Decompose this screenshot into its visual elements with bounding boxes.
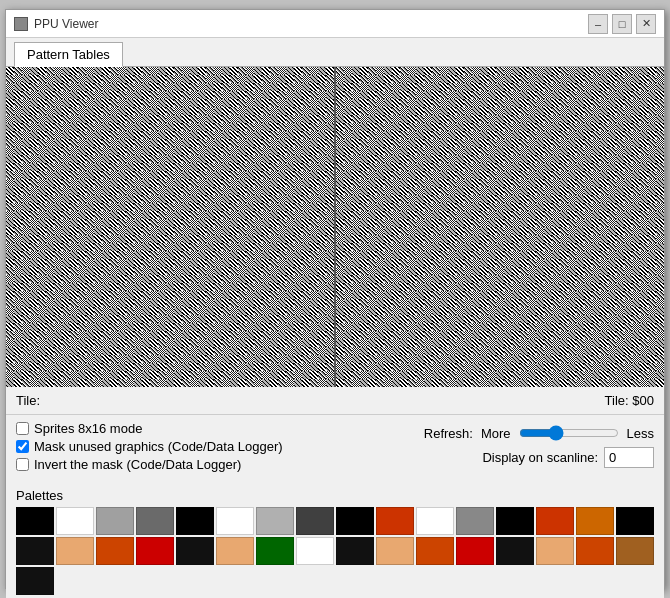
palette-swatch[interactable]: [256, 507, 294, 535]
invert-mask-label: Invert the mask (Code/Data Logger): [34, 457, 241, 472]
pattern-tables-tab[interactable]: Pattern Tables: [14, 42, 123, 67]
palette-swatch[interactable]: [376, 537, 414, 565]
ppu-viewer-window: PPU Viewer – □ ✕ Pattern Tables Tile: Ti…: [5, 9, 665, 589]
title-bar-controls: – □ ✕: [588, 14, 656, 34]
right-pattern-canvas[interactable]: [336, 67, 664, 387]
palette-swatch[interactable]: [296, 507, 334, 535]
controls-right: Refresh: More Less Display on scanline:: [424, 425, 654, 468]
scanline-input[interactable]: [604, 447, 654, 468]
mask-unused-label: Mask unused graphics (Code/Data Logger): [34, 439, 283, 454]
sprites-8x16-label: Sprites 8x16 mode: [34, 421, 142, 436]
scanline-label: Display on scanline:: [482, 450, 598, 465]
mask-unused-checkbox[interactable]: [16, 440, 29, 453]
palette-swatch[interactable]: [176, 537, 214, 565]
close-button[interactable]: ✕: [636, 14, 656, 34]
palette-swatch[interactable]: [16, 507, 54, 535]
scanline-row: Display on scanline:: [482, 447, 654, 468]
palette-swatch[interactable]: [616, 507, 654, 535]
controls-row: Sprites 8x16 mode Mask unused graphics (…: [16, 421, 654, 472]
palette-swatch[interactable]: [376, 507, 414, 535]
palette-swatch[interactable]: [336, 537, 374, 565]
window-title: PPU Viewer: [34, 17, 98, 31]
palette-swatch[interactable]: [296, 537, 334, 565]
palette-swatch[interactable]: [576, 507, 614, 535]
left-pattern-canvas[interactable]: [6, 67, 334, 387]
mask-unused-row: Mask unused graphics (Code/Data Logger): [16, 439, 283, 454]
palette-swatch[interactable]: [536, 507, 574, 535]
palette-swatch[interactable]: [576, 537, 614, 565]
palette-swatch[interactable]: [96, 537, 134, 565]
palettes-label: Palettes: [16, 488, 654, 503]
maximize-button[interactable]: □: [612, 14, 632, 34]
controls-area: Sprites 8x16 mode Mask unused graphics (…: [6, 415, 664, 482]
palette-swatch[interactable]: [96, 507, 134, 535]
palette-swatch[interactable]: [616, 537, 654, 565]
palette-swatch[interactable]: [496, 537, 534, 565]
ppu-left-pattern[interactable]: [6, 67, 334, 387]
more-label: More: [481, 426, 511, 441]
palette-swatch[interactable]: [456, 507, 494, 535]
less-label: Less: [627, 426, 654, 441]
tile-info-right: Tile: $00: [605, 393, 654, 408]
palette-swatch[interactable]: [336, 507, 374, 535]
palette-swatch[interactable]: [136, 507, 174, 535]
canvas-area: [6, 67, 664, 387]
refresh-row: Refresh: More Less: [424, 425, 654, 441]
ppu-right-pattern[interactable]: [336, 67, 664, 387]
refresh-label: Refresh:: [424, 426, 473, 441]
info-row: Tile: Tile: $00: [6, 387, 664, 415]
invert-mask-checkbox[interactable]: [16, 458, 29, 471]
palette-swatch[interactable]: [416, 507, 454, 535]
palette-swatch[interactable]: [136, 537, 174, 565]
minimize-button[interactable]: –: [588, 14, 608, 34]
palette-swatch[interactable]: [16, 537, 54, 565]
invert-mask-row: Invert the mask (Code/Data Logger): [16, 457, 283, 472]
palette-swatch[interactable]: [216, 537, 254, 565]
palette-swatch[interactable]: [16, 567, 54, 595]
palette-swatch[interactable]: [176, 507, 214, 535]
palettes-section: Palettes: [6, 482, 664, 598]
sprites-8x16-row: Sprites 8x16 mode: [16, 421, 283, 436]
controls-left: Sprites 8x16 mode Mask unused graphics (…: [16, 421, 283, 472]
tile-info-left: Tile:: [16, 393, 40, 408]
palette-grid: [16, 507, 654, 595]
refresh-slider[interactable]: [519, 425, 619, 441]
palette-swatch[interactable]: [456, 537, 494, 565]
palette-swatch[interactable]: [216, 507, 254, 535]
app-icon: [14, 17, 28, 31]
tab-bar: Pattern Tables: [6, 38, 664, 67]
title-bar: PPU Viewer – □ ✕: [6, 10, 664, 38]
palette-swatch[interactable]: [416, 537, 454, 565]
palette-swatch[interactable]: [56, 537, 94, 565]
sprites-8x16-checkbox[interactable]: [16, 422, 29, 435]
palette-swatch[interactable]: [496, 507, 534, 535]
palette-swatch[interactable]: [536, 537, 574, 565]
palette-swatch[interactable]: [256, 537, 294, 565]
palette-swatch[interactable]: [56, 507, 94, 535]
